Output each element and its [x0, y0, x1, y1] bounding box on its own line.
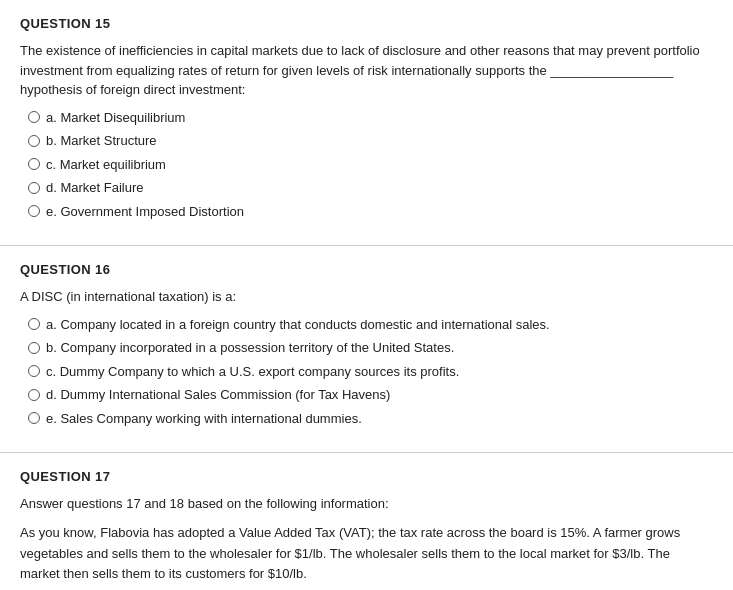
list-item[interactable]: a. Market Disequilibrium	[28, 108, 713, 128]
q16-options: a. Company located in a foreign country …	[28, 315, 713, 429]
option-text: d. Market Failure	[46, 178, 144, 198]
option-text: a. Company located in a foreign country …	[46, 315, 550, 335]
list-item[interactable]: b. Market Structure	[28, 131, 713, 151]
option-text: c. Market equilibrium	[46, 155, 166, 175]
list-item[interactable]: c. Market equilibrium	[28, 155, 713, 175]
option-text: b. Company incorporated in a possession …	[46, 338, 454, 358]
q16-label: QUESTION 16	[20, 262, 713, 277]
q17-label: QUESTION 17	[20, 469, 713, 484]
q17-body: As you know, Flabovia has adopted a Valu…	[20, 523, 713, 585]
option-text: e. Government Imposed Distortion	[46, 202, 244, 222]
option-text: c. Dummy Company to which a U.S. export …	[46, 362, 459, 382]
list-item[interactable]: d. Market Failure	[28, 178, 713, 198]
question-16-block: QUESTION 16 A DISC (in international tax…	[0, 246, 733, 453]
radio-icon[interactable]	[28, 158, 40, 170]
radio-icon[interactable]	[28, 389, 40, 401]
radio-icon[interactable]	[28, 365, 40, 377]
option-text: b. Market Structure	[46, 131, 157, 151]
q16-text: A DISC (in international taxation) is a:	[20, 287, 713, 307]
q17-intro: Answer questions 17 and 18 based on the …	[20, 494, 713, 515]
radio-icon[interactable]	[28, 205, 40, 217]
radio-icon[interactable]	[28, 342, 40, 354]
list-item[interactable]: c. Dummy Company to which a U.S. export …	[28, 362, 713, 382]
option-text: d. Dummy International Sales Commission …	[46, 385, 390, 405]
q15-label: QUESTION 15	[20, 16, 713, 31]
question-15-block: QUESTION 15 The existence of inefficienc…	[0, 0, 733, 246]
q15-options: a. Market Disequilibrium b. Market Struc…	[28, 108, 713, 222]
list-item[interactable]: e. Government Imposed Distortion	[28, 202, 713, 222]
radio-icon[interactable]	[28, 182, 40, 194]
option-text: e. Sales Company working with internatio…	[46, 409, 362, 429]
option-text: a. Market Disequilibrium	[46, 108, 185, 128]
list-item[interactable]: e. Sales Company working with internatio…	[28, 409, 713, 429]
list-item[interactable]: a. Company located in a foreign country …	[28, 315, 713, 335]
radio-icon[interactable]	[28, 318, 40, 330]
question-17-block: QUESTION 17 Answer questions 17 and 18 b…	[0, 453, 733, 590]
list-item[interactable]: b. Company incorporated in a possession …	[28, 338, 713, 358]
radio-icon[interactable]	[28, 135, 40, 147]
list-item[interactable]: d. Dummy International Sales Commission …	[28, 385, 713, 405]
radio-icon[interactable]	[28, 111, 40, 123]
radio-icon[interactable]	[28, 412, 40, 424]
q15-text: The existence of inefficiencies in capit…	[20, 41, 713, 100]
